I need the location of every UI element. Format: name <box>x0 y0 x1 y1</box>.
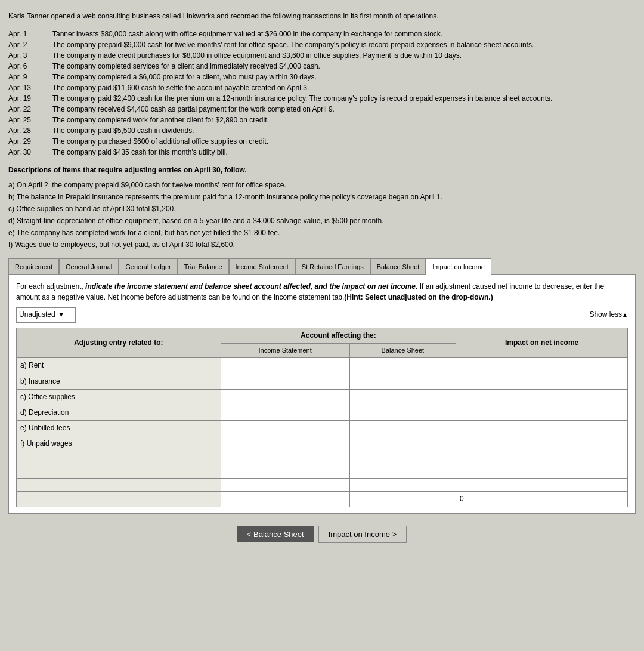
show-less-button[interactable]: Show less▲ <box>589 309 628 320</box>
tabs-section: RequirementGeneral JournalGeneral Ledger… <box>6 256 638 516</box>
transaction-text: Tanner invests $80,000 cash along with o… <box>52 29 636 39</box>
transaction-row: Apr. 9The company completed a $6,000 pro… <box>8 72 636 82</box>
back-balance-sheet-button[interactable]: < Balance Sheet <box>237 526 314 542</box>
row-label: f) Unpaid wages <box>17 436 221 452</box>
description-item: e) The company has completed work for a … <box>8 227 636 238</box>
adjusting-entries-table: Adjusting entry related to: Account affe… <box>16 328 628 507</box>
row-balance[interactable] <box>349 465 456 478</box>
transaction-text: The company completed work for another c… <box>52 115 636 125</box>
intro-text: Karla Tanner opened a web consulting bus… <box>6 6 638 26</box>
transaction-label: Apr. 9 <box>8 72 50 82</box>
descriptions-title: Descriptions of items that require adjus… <box>8 165 636 176</box>
unadjusted-dropdown[interactable]: Unadjusted ▼ <box>16 307 76 322</box>
unadjusted-select[interactable]: Unadjusted ▼ <box>16 307 76 322</box>
tab-income-statement[interactable]: Income Statement <box>229 258 295 275</box>
transaction-label: Apr. 1 <box>8 29 50 39</box>
descriptions-section: Descriptions of items that require adjus… <box>6 162 638 256</box>
row-impact[interactable] <box>456 358 628 374</box>
tab-general-ledger[interactable]: General Ledger <box>119 258 177 275</box>
row-balance[interactable] <box>349 452 456 465</box>
row-impact[interactable] <box>456 374 628 389</box>
tab-impact-on-income[interactable]: Impact on Income <box>426 258 491 275</box>
row-income[interactable] <box>221 465 349 478</box>
tab-balance-sheet[interactable]: Balance Sheet <box>370 258 426 275</box>
transaction-row: Apr. 2The company prepaid $9,000 cash fo… <box>8 39 636 50</box>
total-impact: 0 <box>456 491 628 507</box>
row-label <box>17 478 221 491</box>
transaction-text: The company paid $5,500 cash in dividend… <box>52 125 636 136</box>
row-balance[interactable] <box>349 405 456 421</box>
row-income[interactable] <box>221 421 349 436</box>
transaction-text: The company completed services for a cli… <box>52 61 636 72</box>
row-income[interactable] <box>221 389 349 405</box>
row-label: c) Office supplies <box>17 389 221 405</box>
transaction-text: The company received $4,400 cash as part… <box>52 104 636 115</box>
transaction-row: Apr. 6The company completed services for… <box>8 61 636 72</box>
total-balance[interactable] <box>349 491 456 507</box>
row-impact[interactable] <box>456 478 628 491</box>
tab-general-journal[interactable]: General Journal <box>59 258 119 275</box>
row-income[interactable] <box>221 478 349 491</box>
transaction-row: Apr. 25The company completed work for an… <box>8 115 636 125</box>
transaction-text: The company prepaid $9,000 cash for twel… <box>52 39 636 50</box>
transaction-label: Apr. 3 <box>8 50 50 61</box>
row-balance[interactable] <box>349 436 456 452</box>
transactions-section: Apr. 1Tanner invests $80,000 cash along … <box>6 26 638 162</box>
row-balance[interactable] <box>349 389 456 405</box>
transaction-row: Apr. 1Tanner invests $80,000 cash along … <box>8 29 636 39</box>
row-label: d) Depreciation <box>17 405 221 421</box>
transaction-row: Apr. 28The company paid $5,500 cash in d… <box>8 125 636 136</box>
row-income[interactable] <box>221 452 349 465</box>
row-impact[interactable] <box>456 421 628 436</box>
row-balance[interactable] <box>349 358 456 374</box>
row-impact[interactable] <box>456 452 628 465</box>
tab-st-retained-earnings[interactable]: St Retained Earnings <box>295 258 370 275</box>
tab-trial-balance[interactable]: Trial Balance <box>178 258 229 275</box>
row-balance[interactable] <box>349 478 456 491</box>
row-impact[interactable] <box>456 436 628 452</box>
row-income[interactable] <box>221 358 349 374</box>
row-impact[interactable] <box>456 465 628 478</box>
description-item: b) The balance in Prepaid insurance repr… <box>8 192 636 202</box>
transaction-text: The company paid $11,600 cash to settle … <box>52 82 636 93</box>
row-income[interactable] <box>221 436 349 452</box>
table-row: f) Unpaid wages <box>17 436 628 452</box>
transaction-row: Apr. 30The company paid $435 cash for th… <box>8 147 636 158</box>
tab-requirement[interactable]: Requirement <box>8 258 59 275</box>
transaction-row: Apr. 22The company received $4,400 cash … <box>8 104 636 115</box>
row-impact[interactable] <box>456 405 628 421</box>
transaction-label: Apr. 29 <box>8 136 50 147</box>
unadjusted-row: Unadjusted ▼ Show less▲ <box>16 307 628 322</box>
transaction-label: Apr. 19 <box>8 93 50 104</box>
table-row <box>17 452 628 465</box>
show-less-arrow-icon: ▲ <box>622 311 628 318</box>
row-label <box>17 465 221 478</box>
instruction-text: For each adjustment, indicate the income… <box>16 281 628 303</box>
col-adjusting-header: Adjusting entry related to: <box>17 328 221 358</box>
col-income-statement-header: Income Statement <box>221 343 349 358</box>
transaction-label: Apr. 30 <box>8 147 50 158</box>
row-balance[interactable] <box>349 374 456 389</box>
next-impact-button[interactable]: Impact on Income > <box>318 526 407 543</box>
transaction-text: The company completed a $6,000 project f… <box>52 72 636 82</box>
transaction-text: The company paid $2,400 cash for the pre… <box>52 93 636 104</box>
transaction-label: Apr. 22 <box>8 104 50 115</box>
row-impact[interactable] <box>456 389 628 405</box>
col-balance-sheet-header: Balance Sheet <box>349 343 456 358</box>
table-row: b) Insurance <box>17 374 628 389</box>
transaction-label: Apr. 2 <box>8 39 50 50</box>
transaction-label: Apr. 28 <box>8 125 50 136</box>
transaction-text: The company made credit purchases for $8… <box>52 50 636 61</box>
description-item: c) Office supplies on hand as of April 3… <box>8 203 636 214</box>
col-impact-header: Impact on net income <box>456 328 628 358</box>
transaction-label: Apr. 6 <box>8 61 50 72</box>
row-balance[interactable] <box>349 421 456 436</box>
transaction-text: The company purchased $600 of additional… <box>52 136 636 147</box>
total-income[interactable] <box>221 491 349 507</box>
row-income[interactable] <box>221 374 349 389</box>
row-label: a) Rent <box>17 358 221 374</box>
tab-content-area: For each adjustment, indicate the income… <box>8 274 636 513</box>
row-income[interactable] <box>221 405 349 421</box>
table-row: d) Depreciation <box>17 405 628 421</box>
transaction-text: The company paid $435 cash for this mont… <box>52 147 636 158</box>
